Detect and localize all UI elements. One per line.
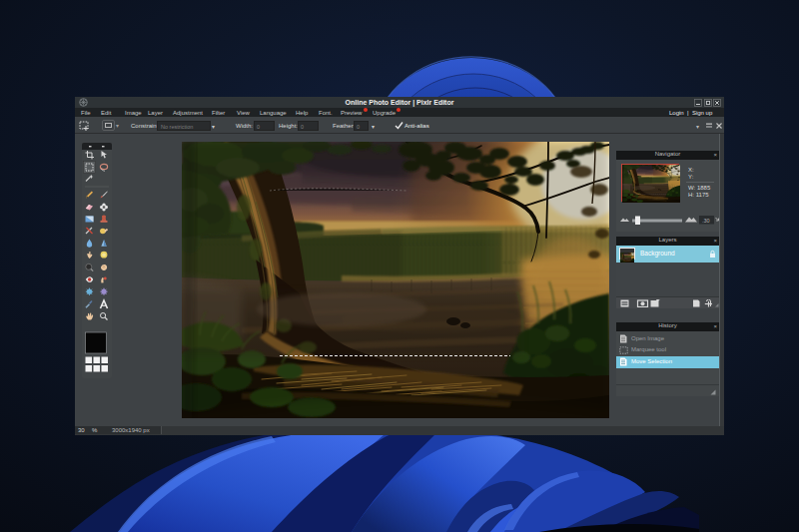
svg-text:.30: .30 bbox=[702, 217, 710, 223]
